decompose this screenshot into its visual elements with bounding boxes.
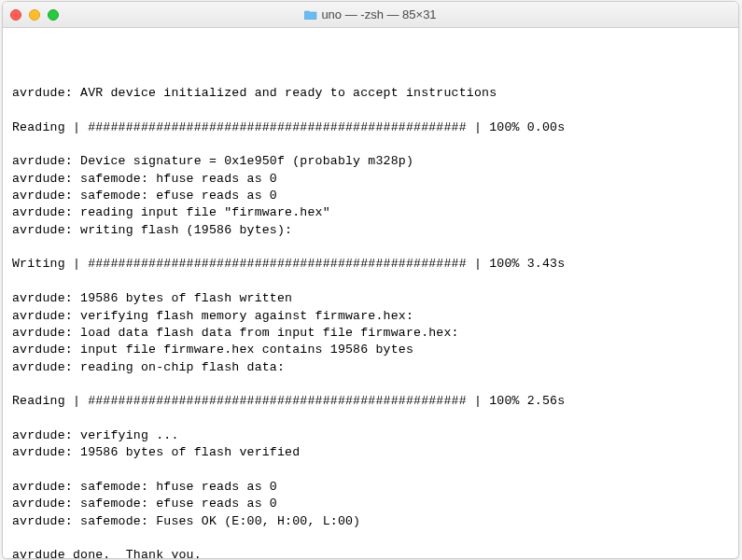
minimize-icon[interactable] xyxy=(29,9,40,21)
terminal-line: avrdude: safemode: efuse reads as 0 xyxy=(12,496,729,512)
terminal-line xyxy=(12,102,729,119)
terminal-line: avrdude: reading input file "firmware.he… xyxy=(12,204,729,221)
terminal-line: avrdude: safemode: efuse reads as 0 xyxy=(12,188,729,204)
terminal-line xyxy=(12,462,729,479)
terminal-line: avrdude: input file firmware.hex contain… xyxy=(12,342,729,358)
terminal-line: avrdude: 19586 bytes of flash verified xyxy=(12,444,729,461)
terminal-line xyxy=(12,376,729,393)
terminal-output[interactable]: avrdude: AVR device initialized and read… xyxy=(3,28,738,558)
terminal-line: avrdude: safemode: hfuse reads as 0 xyxy=(12,171,729,188)
terminal-line: avrdude: verifying ... xyxy=(12,427,729,444)
terminal-line xyxy=(12,136,729,153)
terminal-line: avrdude: writing flash (19586 bytes): xyxy=(12,222,729,239)
terminal-window: uno — -zsh — 85×31 avrdude: AVR device i… xyxy=(2,1,739,559)
terminal-line xyxy=(12,68,729,85)
terminal-line xyxy=(12,530,729,547)
terminal-line: avrdude: load data flash data from input… xyxy=(12,325,729,342)
window-title: uno — -zsh — 85×31 xyxy=(3,7,738,21)
terminal-line: avrdude: safemode: Fuses OK (E:00, H:00,… xyxy=(12,513,729,530)
titlebar[interactable]: uno — -zsh — 85×31 xyxy=(3,2,738,28)
terminal-line xyxy=(12,411,729,427)
folder-icon xyxy=(304,9,317,20)
close-icon[interactable] xyxy=(10,9,21,21)
terminal-line: avrdude: Device signature = 0x1e950f (pr… xyxy=(12,153,729,170)
terminal-line: avrdude: verifying flash memory against … xyxy=(12,308,729,325)
window-title-text: uno — -zsh — 85×31 xyxy=(321,7,436,21)
window-controls xyxy=(10,9,59,21)
terminal-line: Writing | ##############################… xyxy=(12,256,729,273)
terminal-line: avrdude done. Thank you. xyxy=(12,547,729,558)
terminal-line: Reading | ##############################… xyxy=(12,393,729,410)
terminal-line xyxy=(12,239,729,256)
terminal-line: avrdude: 19586 bytes of flash written xyxy=(12,290,729,307)
terminal-line xyxy=(12,273,729,290)
maximize-icon[interactable] xyxy=(48,9,59,21)
terminal-line: avrdude: reading on-chip flash data: xyxy=(12,359,729,376)
terminal-line: avrdude: AVR device initialized and read… xyxy=(12,85,729,102)
terminal-line: Reading | ##############################… xyxy=(12,119,729,136)
terminal-line: avrdude: safemode: hfuse reads as 0 xyxy=(12,479,729,496)
